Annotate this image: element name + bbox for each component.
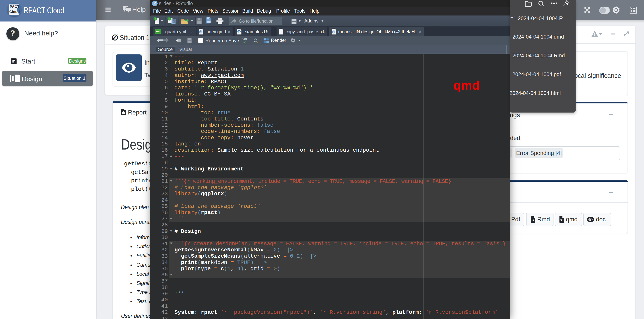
svg-text:R: R bbox=[238, 30, 240, 33]
